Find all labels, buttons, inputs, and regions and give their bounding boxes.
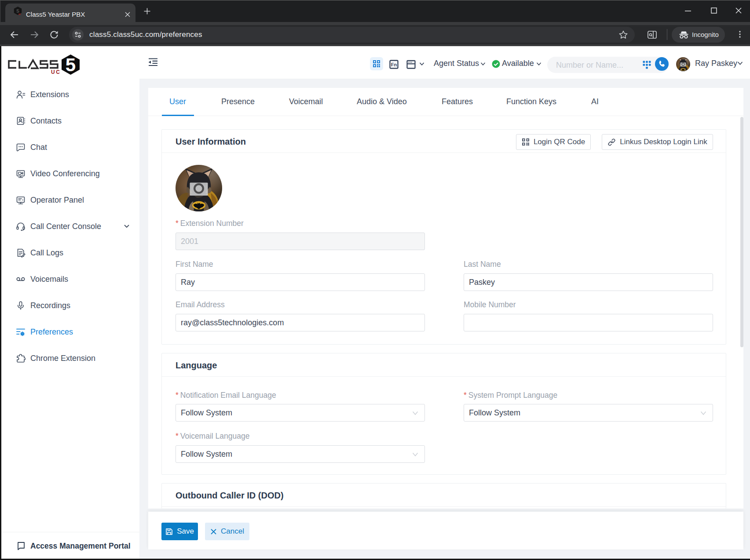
svg-text:Fn: Fn bbox=[391, 62, 397, 67]
svg-text:5: 5 bbox=[66, 55, 76, 75]
svg-text:5: 5 bbox=[16, 8, 19, 14]
svg-text:UC: UC bbox=[51, 69, 61, 75]
